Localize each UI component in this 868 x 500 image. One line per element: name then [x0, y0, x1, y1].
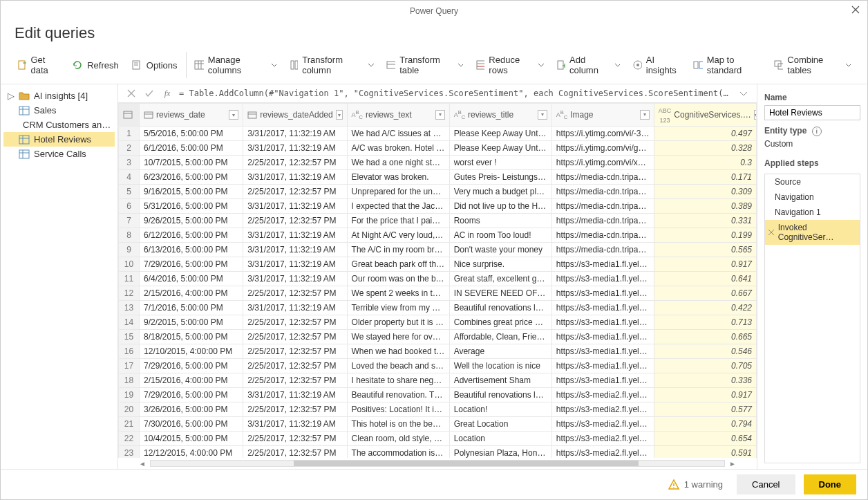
sidebar-item-1[interactable]: CRM Customers an… [3, 118, 115, 132]
cell-reviews-date[interactable]: 7/29/2016, 5:00:00 PM [140, 359, 243, 373]
column-type-icon[interactable] [247, 111, 257, 119]
cell-reviews-text[interactable]: Beautiful renovation. The h… [347, 388, 449, 402]
cell-reviews-title[interactable]: Please Keep Away Until Co… [449, 141, 551, 156]
table-row[interactable]: 107/29/2016, 5:00:00 PM3/31/2017, 11:32:… [119, 257, 757, 272]
table-row[interactable]: 46/23/2016, 5:00:00 PM3/31/2017, 11:32:1… [119, 170, 757, 185]
cell-image[interactable]: https://i.ytimg.com/vi/xcEB… [551, 156, 654, 170]
table-row[interactable]: 217/30/2016, 5:00:00 PM3/31/2017, 11:32:… [119, 417, 757, 432]
cell-reviews-dateadded[interactable]: 3/31/2017, 11:32:19 AM [243, 257, 347, 272]
column-header-5[interactable]: ABC123CognitiveServices.…▾ [654, 104, 756, 127]
cell-sentiment[interactable]: 0.497 [654, 127, 756, 141]
cell-sentiment[interactable]: 0.422 [654, 301, 756, 315]
data-grid[interactable]: reviews_date▾reviews_dateAdded▾ABCreview… [118, 103, 757, 458]
sidebar-item-0[interactable]: Sales [3, 103, 115, 118]
warning-indicator[interactable]: 1 warning [668, 479, 723, 491]
cell-image[interactable]: https://media-cdn.tripadvi… [551, 170, 654, 185]
row-number[interactable]: 19 [119, 388, 140, 402]
cell-reviews-title[interactable]: Average [449, 344, 551, 359]
row-number[interactable]: 22 [119, 432, 140, 446]
column-header-1[interactable]: reviews_dateAdded▾ [243, 104, 347, 127]
cell-image[interactable]: https://s3-media2.fl.yelpcd… [551, 432, 654, 446]
table-row[interactable]: 122/15/2016, 4:00:00 PM2/25/2017, 12:32:… [119, 286, 757, 301]
info-icon[interactable]: i [812, 127, 822, 136]
cell-image[interactable]: https://s3-media2.fl.yelpcd… [551, 446, 654, 459]
cell-reviews-dateadded[interactable]: 2/25/2017, 12:32:57 PM [243, 330, 347, 344]
cell-reviews-text[interactable]: Unprepared for the unwelc… [347, 185, 449, 199]
cell-reviews-text[interactable]: Our room was on the bott… [347, 272, 449, 286]
cell-reviews-dateadded[interactable]: 2/25/2017, 12:32:57 PM [243, 359, 347, 373]
cell-reviews-date[interactable]: 12/10/2015, 4:00:00 PM [140, 344, 243, 359]
cell-reviews-text[interactable]: We stayed here for over a … [347, 330, 449, 344]
cell-reviews-date[interactable]: 9/2/2015, 5:00:00 PM [140, 315, 243, 330]
cell-reviews-dateadded[interactable]: 3/31/2017, 11:32:19 AM [243, 228, 347, 243]
cell-image[interactable]: https://s3-media2.fl.yelpcd… [551, 388, 654, 402]
table-row[interactable]: 79/26/2015, 5:00:00 PM2/25/2017, 12:32:5… [119, 214, 757, 228]
cell-reviews-title[interactable]: Polynesian Plaza, Honolulu [449, 446, 551, 459]
expand-toggle-icon[interactable]: ▷ [8, 91, 15, 101]
table-row[interactable]: 1612/10/2015, 4:00:00 PM2/25/2017, 12:32… [119, 344, 757, 359]
cell-reviews-text[interactable]: Loved the beach and service [347, 359, 449, 373]
cell-reviews-date[interactable]: 9/26/2015, 5:00:00 PM [140, 214, 243, 228]
done-button[interactable]: Done [804, 474, 857, 494]
map-to-standard-button[interactable]: Map to standard [688, 52, 767, 78]
column-type-icon[interactable]: ABC [454, 109, 465, 120]
cell-reviews-date[interactable]: 10/7/2015, 5:00:00 PM [140, 156, 243, 170]
column-type-icon[interactable]: ABC [556, 109, 567, 120]
cell-reviews-text[interactable]: The A/C in my room broke… [347, 243, 449, 257]
table-row[interactable]: 86/12/2016, 5:00:00 PM3/31/2017, 11:32:1… [119, 228, 757, 243]
table-row[interactable]: 310/7/2015, 5:00:00 PM2/25/2017, 12:32:5… [119, 156, 757, 170]
cell-reviews-title[interactable]: worst ever ! [449, 156, 551, 170]
cell-reviews-title[interactable]: Advertisement Sham [449, 373, 551, 388]
formula-fx-button[interactable]: fx [161, 87, 173, 100]
cell-reviews-text[interactable]: I expected that the Jacuzzi … [347, 199, 449, 214]
cell-reviews-text[interactable]: We had A/C issues at 3:30 … [347, 127, 449, 141]
transform-column-button[interactable]: Transform column [283, 52, 379, 78]
cell-sentiment[interactable]: 0.171 [654, 170, 756, 185]
cell-reviews-date[interactable]: 5/5/2016, 5:00:00 PM [140, 127, 243, 141]
cell-reviews-dateadded[interactable]: 3/31/2017, 11:32:19 AM [243, 141, 347, 156]
table-row[interactable]: 65/31/2016, 5:00:00 PM3/31/2017, 11:32:1… [119, 199, 757, 214]
filter-icon[interactable]: ▾ [229, 110, 238, 120]
filter-icon[interactable]: ▾ [754, 110, 757, 120]
reduce-rows-button[interactable]: Reduce rows [470, 52, 549, 78]
row-number[interactable]: 11 [119, 272, 140, 286]
get-data-button[interactable]: Get data [12, 52, 65, 78]
row-number[interactable]: 8 [119, 228, 140, 243]
cell-sentiment[interactable]: 0.705 [654, 359, 756, 373]
cell-reviews-dateadded[interactable]: 2/25/2017, 12:32:57 PM [243, 214, 347, 228]
table-row[interactable]: 149/2/2015, 5:00:00 PM2/25/2017, 12:32:5… [119, 315, 757, 330]
cell-reviews-title[interactable]: Don't waste your money [449, 243, 551, 257]
cell-reviews-date[interactable]: 6/4/2016, 5:00:00 PM [140, 272, 243, 286]
cell-reviews-date[interactable]: 5/31/2016, 5:00:00 PM [140, 199, 243, 214]
cell-reviews-date[interactable]: 2/15/2016, 4:00:00 PM [140, 286, 243, 301]
cell-reviews-date[interactable]: 7/29/2016, 5:00:00 PM [140, 388, 243, 402]
cell-reviews-date[interactable]: 12/12/2015, 4:00:00 PM [140, 446, 243, 459]
filter-icon[interactable]: ▾ [435, 110, 445, 120]
table-row[interactable]: 2210/4/2015, 5:00:00 PM2/25/2017, 12:32:… [119, 432, 757, 446]
cell-image[interactable]: https://s3-media2.fl.yelpcd… [551, 417, 654, 432]
cell-reviews-title[interactable]: Great staff, excellent getaw… [449, 272, 551, 286]
cell-reviews-dateadded[interactable]: 3/31/2017, 11:32:19 AM [243, 199, 347, 214]
table-row[interactable]: 59/16/2015, 5:00:00 PM2/25/2017, 12:32:5… [119, 185, 757, 199]
options-button[interactable]: Options [126, 57, 183, 73]
transform-table-button[interactable]: Transform table [381, 52, 469, 78]
table-row[interactable]: 26/1/2016, 5:00:00 PM3/31/2017, 11:32:19… [119, 141, 757, 156]
cell-reviews-dateadded[interactable]: 2/25/2017, 12:32:57 PM [243, 286, 347, 301]
cell-reviews-text[interactable]: Great beach park off the la… [347, 257, 449, 272]
table-row[interactable]: 116/4/2016, 5:00:00 PM3/31/2017, 11:32:1… [119, 272, 757, 286]
cell-image[interactable]: https://media-cdn.tripadvi… [551, 185, 654, 199]
cell-reviews-dateadded[interactable]: 3/31/2017, 11:32:19 AM [243, 272, 347, 286]
table-row[interactable]: 203/26/2016, 5:00:00 PM2/25/2017, 12:32:… [119, 402, 757, 417]
cell-sentiment[interactable]: 0.565 [654, 243, 756, 257]
filter-icon[interactable]: ▾ [538, 110, 547, 120]
cell-sentiment[interactable]: 0.917 [654, 388, 756, 402]
row-number[interactable]: 12 [119, 286, 140, 301]
cell-sentiment[interactable]: 0.577 [654, 402, 756, 417]
cell-reviews-dateadded[interactable]: 2/25/2017, 12:32:57 PM [243, 446, 347, 459]
cell-image[interactable]: https://s3-media2.fl.yelpcd… [551, 402, 654, 417]
cell-reviews-dateadded[interactable]: 2/25/2017, 12:32:57 PM [243, 156, 347, 170]
cell-image[interactable]: https://s3-media1.fl.yelpcd… [551, 301, 654, 315]
cell-reviews-text[interactable]: I hesitate to share negative… [347, 373, 449, 388]
cell-reviews-title[interactable]: IN SEVERE NEED OF UPDA… [449, 286, 551, 301]
cell-sentiment[interactable]: 0.713 [654, 315, 756, 330]
